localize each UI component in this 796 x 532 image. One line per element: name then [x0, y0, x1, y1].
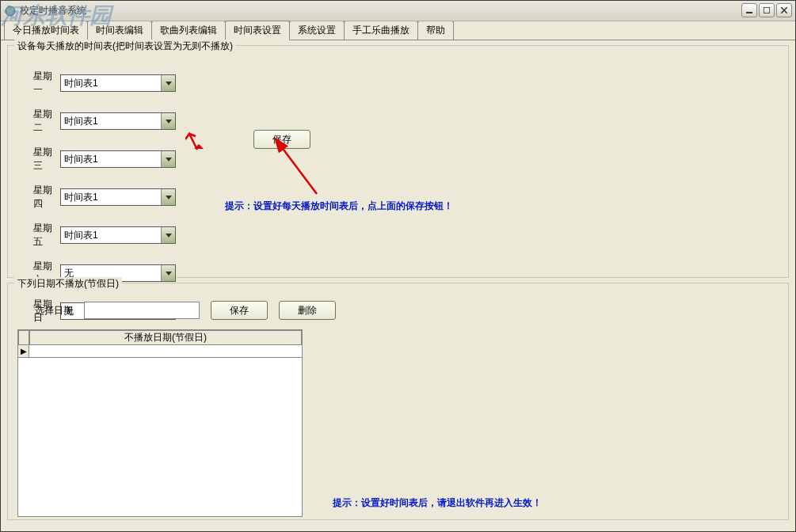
chevron-down-icon[interactable]	[161, 227, 175, 243]
friday-label: 星期五	[16, 222, 60, 249]
thursday-value: 时间表1	[64, 191, 98, 204]
holiday-group-title: 下列日期不播放(节假日)	[14, 277, 122, 291]
chevron-down-icon[interactable]	[161, 265, 175, 281]
svg-point-0	[6, 6, 15, 16]
holiday-table-header: 不播放日期(节假日)	[29, 330, 302, 345]
friday-value: 时间表1	[64, 229, 98, 242]
chevron-down-icon[interactable]	[161, 113, 175, 129]
close-button[interactable]	[776, 3, 792, 17]
table-corner	[18, 330, 29, 345]
wednesday-value: 时间表1	[64, 153, 98, 166]
app-icon	[4, 5, 17, 17]
monday-label: 星期一	[16, 70, 60, 97]
tuesday-value: 时间表1	[64, 115, 98, 128]
chevron-down-icon[interactable]	[161, 189, 175, 205]
select-date-label: 选择日期	[35, 304, 73, 317]
thursday-label: 星期四	[16, 184, 60, 211]
save-schedule-button[interactable]: 保存	[253, 130, 310, 149]
table-row[interactable]	[29, 345, 302, 358]
chevron-down-icon[interactable]	[161, 75, 175, 91]
tab-manual-play[interactable]: 手工乐曲播放	[344, 21, 418, 40]
window-title: 校定时播音系统	[20, 4, 86, 17]
thursday-combo[interactable]: 时间表1	[60, 188, 176, 206]
monday-combo[interactable]: 时间表1	[60, 74, 176, 92]
tab-help[interactable]: 帮助	[417, 21, 454, 40]
monday-value: 时间表1	[64, 77, 98, 90]
tab-song-list-edit[interactable]: 歌曲列表编辑	[151, 21, 226, 40]
wednesday-combo[interactable]: 时间表1	[60, 150, 176, 168]
tuesday-combo[interactable]: 时间表1	[60, 112, 176, 130]
hint-restart: 提示：设置好时间表后，请退出软件再进入生效！	[333, 496, 542, 510]
tab-schedule-edit[interactable]: 时间表编辑	[87, 21, 152, 40]
maximize-button[interactable]	[759, 3, 775, 17]
holiday-save-button[interactable]: 保存	[211, 301, 268, 320]
tuesday-label: 星期二	[16, 108, 60, 135]
holiday-table[interactable]: 不播放日期(节假日) ▶	[17, 329, 303, 517]
select-date-input[interactable]	[84, 302, 200, 319]
holiday-group: 下列日期不播放(节假日) 选择日期 保存 删除 不播放日期(节假日) ▶	[7, 283, 789, 520]
tab-system-settings[interactable]: 系统设置	[289, 21, 345, 40]
row-indicator-icon: ▶	[18, 345, 29, 358]
holiday-delete-button[interactable]: 删除	[279, 301, 336, 320]
titlebar: 校定时播音系统	[1, 1, 795, 21]
daily-schedule-title: 设备每天播放的时间表(把时间表设置为无则不播放)	[14, 40, 236, 53]
tab-schedule-settings[interactable]: 时间表设置	[225, 21, 290, 40]
tab-today-schedule[interactable]: 今日播放时间表	[4, 21, 88, 40]
tab-bar: 今日播放时间表 时间表编辑 歌曲列表编辑 时间表设置 系统设置 手工乐曲播放 帮…	[1, 21, 795, 40]
svg-rect-2	[764, 7, 770, 13]
hint-save-schedule: 提示：设置好每天播放时间表后，点上面的保存按钮！	[225, 200, 453, 213]
minimize-button[interactable]	[741, 3, 757, 17]
wednesday-label: 星期三	[16, 146, 60, 173]
friday-combo[interactable]: 时间表1	[60, 226, 176, 244]
svg-rect-1	[746, 12, 752, 13]
chevron-down-icon[interactable]	[161, 151, 175, 167]
daily-schedule-group: 设备每天播放的时间表(把时间表设置为无则不播放) 星期一 时间表1 星期二 时间…	[7, 45, 789, 278]
